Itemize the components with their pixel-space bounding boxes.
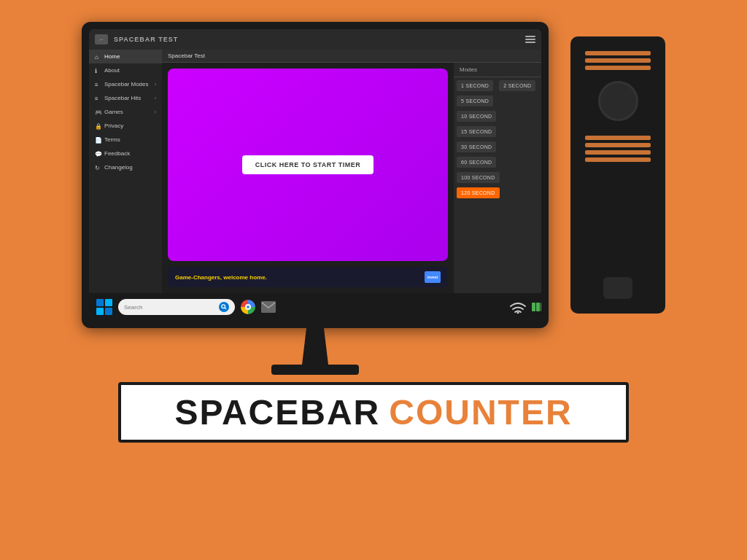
- main-panel: Spacebar Test CLICK HERE TO START TIMER …: [162, 50, 541, 293]
- vent-2: [585, 58, 651, 63]
- windows-icon[interactable]: [96, 299, 112, 315]
- info-icon: ℹ: [95, 68, 101, 74]
- bars-icon-2: ≡: [95, 96, 101, 101]
- top-bar: ← SPACEBAR TEST: [89, 29, 541, 50]
- vent-7: [585, 158, 651, 162]
- search-bar[interactable]: [118, 299, 235, 315]
- mode-button-2[interactable]: 5 SECOND: [457, 96, 493, 106]
- hamburger-menu[interactable]: [525, 36, 535, 43]
- mode-button-4[interactable]: 15 SECOND: [457, 126, 496, 137]
- vent-1: [585, 51, 651, 55]
- mode-button-5[interactable]: 30 SECOND: [457, 141, 496, 152]
- vent-6: [585, 150, 651, 155]
- sidebar-item-terms[interactable]: 📄 Terms: [89, 133, 162, 147]
- taskbar: [89, 293, 541, 321]
- banner-logo: invest: [425, 271, 441, 283]
- title-counter: COUNTER: [389, 392, 572, 432]
- arrow-icon-3: ›: [155, 109, 156, 114]
- gamepad-icon: 🎮: [95, 109, 101, 115]
- sidebar-item-home[interactable]: ⌂ Home: [89, 50, 162, 63]
- tower-pc: [570, 36, 665, 314]
- start-timer-button[interactable]: CLICK HERE TO START TIMER: [242, 155, 374, 174]
- sidebar-item-privacy[interactable]: 🔒 Privacy: [89, 119, 162, 133]
- tower-disc-drive: [598, 81, 638, 121]
- title-spacebar: SPACEBAR: [174, 392, 380, 432]
- vent-3: [585, 66, 651, 70]
- modes-panel: Modes 1 SECOND2 SECOND5 SECOND10 SECOND1…: [454, 63, 541, 293]
- tower-top-vents: [585, 51, 651, 70]
- mail-icon[interactable]: [261, 301, 276, 313]
- arrow-icon-2: ›: [155, 96, 156, 101]
- game-area: CLICK HERE TO START TIMER Game-Changers,…: [162, 63, 454, 293]
- doc-icon: 📄: [95, 137, 101, 143]
- banner-text: Game-Changers, welcome home.: [175, 274, 267, 281]
- sidebar-item-spacebar-hits[interactable]: ≡ Spacebar Hits ›: [89, 91, 162, 105]
- svg-rect-2: [261, 301, 276, 313]
- sidebar: ⌂ Home ℹ About ≡ Spacebar Modes ›: [89, 50, 162, 293]
- mode-button-1[interactable]: 2 SECOND: [499, 80, 535, 91]
- bars-icon-1: ≡: [95, 82, 101, 88]
- modes-list: 1 SECOND2 SECOND5 SECOND10 SECOND15 SECO…: [454, 77, 541, 200]
- sidebar-item-feedback[interactable]: 💬 Feedback: [89, 147, 162, 160]
- svg-line-1: [225, 308, 226, 309]
- sidebar-item-changelog[interactable]: ↻ Changelog: [89, 160, 162, 174]
- app-title: SPACEBAR TEST: [114, 36, 178, 43]
- tower-power-button[interactable]: [603, 277, 632, 299]
- content-area: ⌂ Home ℹ About ≡ Spacebar Modes ›: [89, 50, 541, 293]
- mode-button-0[interactable]: 1 SECOND: [457, 80, 493, 91]
- monitor-base: [271, 365, 359, 375]
- modes-header: Modes: [454, 63, 541, 77]
- vent-5: [585, 143, 651, 147]
- monitor-container: ← SPACEBAR TEST ⌂ Home: [82, 22, 549, 375]
- panel-body: CLICK HERE TO START TIMER Game-Changers,…: [162, 63, 541, 293]
- tower-bottom-vents: [585, 136, 651, 162]
- wifi-icon: [510, 300, 526, 314]
- ad-banner: Game-Changers, welcome home. invest: [168, 267, 448, 287]
- search-icon: [219, 302, 229, 312]
- sidebar-item-about[interactable]: ℹ About: [89, 63, 162, 77]
- panel-header: Spacebar Test: [162, 50, 541, 63]
- svg-point-3: [517, 312, 519, 314]
- mode-button-6[interactable]: 60 SECOND: [457, 157, 496, 168]
- sidebar-item-spacebar-modes[interactable]: ≡ Spacebar Modes ›: [89, 77, 162, 91]
- chrome-icon[interactable]: [241, 300, 255, 314]
- back-button[interactable]: ←: [95, 34, 108, 44]
- arrow-icon-1: ›: [155, 82, 156, 87]
- mode-button-8[interactable]: 120 SECOND: [457, 187, 500, 198]
- battery-icon: [532, 303, 541, 311]
- title-section: SPACEBAR COUNTER: [118, 382, 629, 443]
- refresh-icon: ↻: [95, 165, 101, 171]
- vent-4: [585, 136, 651, 140]
- click-zone[interactable]: CLICK HERE TO START TIMER: [168, 69, 448, 261]
- search-input[interactable]: [124, 304, 216, 311]
- monitor: ← SPACEBAR TEST ⌂ Home: [82, 22, 549, 328]
- monitor-stand: [293, 328, 337, 365]
- chat-icon: 💬: [95, 151, 101, 157]
- svg-point-0: [222, 305, 225, 308]
- mode-button-7[interactable]: 100 SECOND: [457, 172, 500, 183]
- home-icon: ⌂: [95, 54, 101, 60]
- sidebar-item-games[interactable]: 🎮 Games ›: [89, 105, 162, 119]
- screen: ← SPACEBAR TEST ⌂ Home: [89, 29, 541, 321]
- mode-button-3[interactable]: 10 SECOND: [457, 111, 496, 122]
- lock-icon: 🔒: [95, 123, 101, 129]
